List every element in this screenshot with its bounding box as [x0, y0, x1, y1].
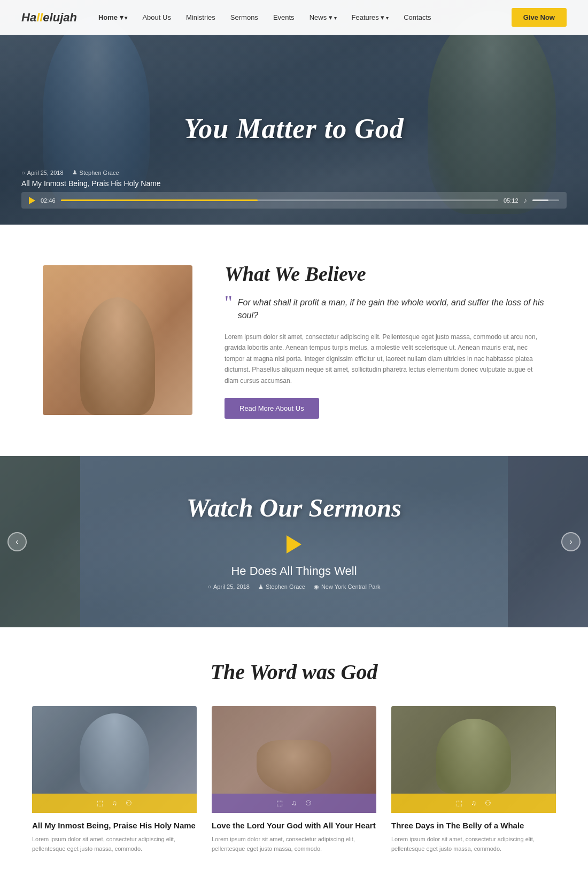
- nav-features[interactable]: Features ▾: [352, 13, 389, 21]
- card-1-title: All My Inmost Being, Praise His Holy Nam…: [32, 820, 197, 831]
- nav-links: Home ▾ About Us Ministries Sermons Event…: [98, 13, 512, 21]
- carousel-prev-button[interactable]: ‹: [7, 532, 27, 551]
- volume-fill: [532, 199, 548, 201]
- card-2-icon-3: ⚇: [305, 799, 312, 807]
- card-3-text: Lorem ipsum dolor sit amet, consectetur …: [391, 835, 556, 854]
- progress-track[interactable]: [61, 199, 498, 201]
- sermon-play-button[interactable]: [287, 535, 301, 554]
- read-more-button[interactable]: Read More About Us: [225, 398, 319, 419]
- nav-contacts[interactable]: Contacts: [404, 13, 431, 21]
- believe-body-text: Lorem ipsum dolor sit amet, consectetur …: [225, 332, 545, 386]
- sermon-card-2: ⬚ ♫ ⚇ Love the Lord Your God with All Yo…: [212, 706, 376, 858]
- believe-quote: " For what shall it profit a man, if he …: [225, 296, 545, 322]
- believe-image: [43, 265, 192, 415]
- card-2-title: Love the Lord Your God with All Your Hea…: [212, 820, 376, 831]
- hero-player: ○ April 25, 2018 ♟ Stephen Grace All My …: [21, 169, 567, 209]
- card-3-icon-3: ⚇: [485, 799, 491, 807]
- card-image-1: ⬚ ♫ ⚇: [32, 706, 197, 813]
- card-3-badge: ⬚ ♫ ⚇: [391, 794, 556, 813]
- nav-about[interactable]: About Us: [142, 13, 171, 21]
- word-section-title: The Word was God: [32, 659, 556, 685]
- logo[interactable]: Hallelujah: [21, 11, 77, 25]
- quote-mark-icon: ": [225, 293, 233, 322]
- sermon-card-1: ⬚ ♫ ⚇ All My Inmost Being, Praise His Ho…: [32, 706, 197, 858]
- card-3-icon-2: ♫: [471, 799, 476, 807]
- person-icon: ♟: [72, 169, 78, 176]
- nav-ministries[interactable]: Ministries: [186, 13, 215, 21]
- believe-quote-text: For what shall it profit a man, if he ga…: [238, 296, 545, 322]
- time-total: 05:12: [504, 197, 519, 204]
- nav-sermons[interactable]: Sermons: [230, 13, 258, 21]
- navbar: Hallelujah Home ▾ About Us Ministries Se…: [0, 0, 588, 35]
- volume-icon: ♪: [524, 196, 528, 204]
- believe-title: What We Believe: [225, 262, 545, 286]
- clock-icon: ○: [21, 170, 25, 176]
- believe-content: What We Believe " For what shall it prof…: [225, 262, 545, 419]
- progress-fill: [61, 199, 258, 201]
- card2-figures: [257, 740, 331, 794]
- sermon-card-title: He Does All Things Well: [187, 564, 401, 578]
- volume-track[interactable]: [532, 199, 559, 201]
- nav-events[interactable]: Events: [273, 13, 295, 21]
- sermon-card-3: ⬚ ♫ ⚇ Three Days in The Belly of a Whale…: [391, 706, 556, 858]
- card-2-text: Lorem ipsum dolor sit amet, consectetur …: [212, 835, 376, 854]
- sermon-date: ○ April 25, 2018: [207, 583, 250, 590]
- card-1-body: All My Inmost Being, Praise His Holy Nam…: [32, 813, 197, 858]
- nav-home[interactable]: Home ▾: [98, 13, 128, 21]
- card-1-icon-1: ⬚: [97, 799, 103, 807]
- card3-figures: [436, 719, 511, 794]
- nav-news[interactable]: News ▾: [310, 13, 337, 21]
- sermon-location: ◉ New York Central Park: [314, 583, 381, 590]
- card-1-text: Lorem ipsum dolor sit amet, consectetur …: [32, 835, 197, 854]
- hero-title: You Matter to God: [184, 113, 404, 144]
- hero-author: ♟ Stephen Grace: [72, 169, 119, 176]
- card-1-icon-3: ⚇: [126, 799, 132, 807]
- sermons-title: Watch Our Sermons: [187, 493, 401, 522]
- location-icon: ◉: [314, 583, 319, 590]
- cards-grid: ⬚ ♫ ⚇ All My Inmost Being, Praise His Ho…: [32, 706, 556, 858]
- sermon-clock-icon: ○: [207, 583, 211, 590]
- card-2-icon-1: ⬚: [276, 799, 283, 807]
- card-3-title: Three Days in The Belly of a Whale: [391, 820, 556, 831]
- sermon-card-meta: ○ April 25, 2018 ♟ Stephen Grace ◉ New Y…: [187, 583, 401, 590]
- sermon-author: ♟ Stephen Grace: [258, 583, 305, 590]
- time-elapsed: 02:46: [41, 197, 56, 204]
- sermons-center: Watch Our Sermons He Does All Things Wel…: [101, 493, 487, 590]
- hero-song-title: All My Inmost Being, Prais His Holy Name: [21, 179, 567, 188]
- card-3-icon-1: ⬚: [456, 799, 462, 807]
- hero-meta: ○ April 25, 2018 ♟ Stephen Grace: [21, 169, 567, 176]
- play-button[interactable]: [29, 197, 35, 204]
- word-section: The Word was God ⬚ ♫ ⚇ All My Inmost Bei…: [0, 627, 588, 884]
- sermons-section: Watch Our Sermons He Does All Things Wel…: [0, 456, 588, 627]
- player-bar[interactable]: 02:46 05:12 ♪: [21, 192, 567, 209]
- believe-section: What We Believe " For what shall it prof…: [0, 225, 588, 456]
- carousel-next-button[interactable]: ›: [561, 532, 581, 551]
- card-1-icon-2: ♫: [112, 799, 117, 807]
- logo-highlight: ll: [36, 11, 43, 24]
- card-1-badge: ⬚ ♫ ⚇: [32, 794, 197, 813]
- card1-figures: [80, 713, 149, 794]
- hero-date: ○ April 25, 2018: [21, 169, 64, 176]
- sermon-person-icon: ♟: [258, 583, 264, 590]
- card-image-2: ⬚ ♫ ⚇: [212, 706, 376, 813]
- believe-image-dim: [43, 265, 192, 415]
- give-now-button[interactable]: Give Now: [512, 8, 567, 27]
- card-3-body: Three Days in The Belly of a Whale Lorem…: [391, 813, 556, 858]
- card-image-3: ⬚ ♫ ⚇: [391, 706, 556, 813]
- card-2-body: Love the Lord Your God with All Your Hea…: [212, 813, 376, 858]
- card-2-badge: ⬚ ♫ ⚇: [212, 794, 376, 813]
- card-2-icon-2: ♫: [291, 799, 297, 807]
